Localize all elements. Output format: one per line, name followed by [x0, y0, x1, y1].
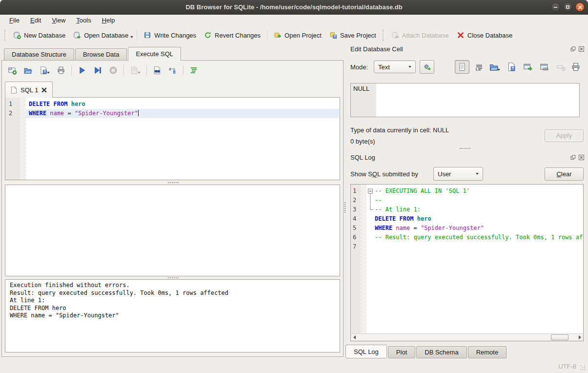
mode-select[interactable]: Text [374, 61, 416, 73]
replace-icon[interactable]: a b [168, 66, 177, 75]
open-external-icon [523, 62, 533, 72]
word-wrap-button[interactable] [474, 62, 484, 72]
print-sql-icon[interactable] [57, 66, 65, 75]
menu-tools[interactable]: Tools [71, 15, 96, 26]
format-sql-icon[interactable] [189, 66, 198, 75]
log-line: WHERE name = "Spider-Youngster" [375, 224, 583, 233]
new-sql-tab-icon[interactable] [8, 66, 17, 75]
export-cell-button[interactable] [507, 62, 516, 72]
titlebar[interactable]: DB Browser for SQLite - /home/user/code/… [0, 0, 588, 15]
menu-view[interactable]: View [46, 15, 71, 26]
message-line: WHERE name = "Spider-Youngster" [10, 312, 335, 320]
results-grid-pane[interactable] [5, 185, 340, 276]
toolbar-drag-handle[interactable] [4, 29, 7, 41]
fold-marker-icon[interactable] [366, 186, 374, 217]
dock-splitter[interactable] [460, 148, 461, 149]
float-dock-icon[interactable] [570, 155, 576, 160]
attach-database-icon [391, 31, 399, 39]
write-changes-label: Write Changes [154, 32, 196, 39]
vertical-splitter[interactable] [343, 46, 347, 358]
revert-changes-button[interactable]: Revert Changes [200, 29, 264, 41]
new-database-icon [13, 31, 21, 39]
open-database-button[interactable]: Open Database [69, 29, 132, 41]
tab-database-structure[interactable]: Database Structure [4, 48, 74, 60]
revert-changes-label: Revert Changes [215, 32, 261, 39]
cell-type-text: Type of data currently in cell: NULL [350, 126, 449, 134]
new-database-button[interactable]: New Database [9, 29, 69, 41]
maximize-button[interactable] [563, 2, 572, 12]
tab-browse-data[interactable]: Browse Data [75, 48, 127, 60]
sql-editor-toolbar: a b [8, 65, 198, 76]
close-dock-icon[interactable] [579, 155, 584, 160]
dock-tab-db-schema[interactable]: DB Schema [416, 346, 466, 358]
resize-grip[interactable] [580, 365, 581, 366]
toolbar-separator [183, 65, 183, 75]
scroll-left-arrow-icon[interactable] [351, 334, 358, 341]
menu-help[interactable]: Help [97, 15, 121, 26]
open-sql-file-icon[interactable] [23, 66, 32, 75]
close-database-button[interactable]: Close Database [453, 29, 517, 41]
execute-all-icon[interactable] [78, 66, 86, 75]
sql-file-icon [11, 86, 17, 94]
editor-code-area[interactable]: DELETE FROM hero WHERE name = "Spider-Yo… [26, 100, 339, 118]
mode-label: Mode: [350, 63, 368, 71]
sql-editor[interactable]: 1 2 DELETE FROM hero WHERE name = "Spide… [5, 97, 340, 180]
save-results-button[interactable] [130, 66, 141, 75]
write-changes-icon [143, 31, 151, 39]
minimize-button[interactable] [551, 2, 560, 12]
tab-execute-sql[interactable]: Execute SQL [128, 47, 181, 61]
open-external-button[interactable] [523, 62, 533, 72]
write-changes-button[interactable]: Write Changes [140, 29, 200, 41]
toolbar-drag-handle[interactable] [383, 29, 385, 41]
open-project-button[interactable]: Open Project [270, 29, 325, 41]
execute-line-icon[interactable] [93, 66, 102, 75]
float-dock-icon[interactable] [570, 46, 576, 52]
save-sql-file-button[interactable] [39, 66, 50, 75]
save-project-label: Save Project [340, 32, 376, 39]
dock-tab-sql-log[interactable]: SQL Log [345, 345, 387, 358]
chevron-down-icon [408, 66, 411, 68]
import-cell-button[interactable] [489, 62, 500, 72]
sql-log-view[interactable]: 1 2 3 4 5 6 7 -- EXECUTING ALL IN 'SQL 1… [350, 184, 584, 341]
menu-file[interactable]: File [4, 15, 25, 26]
log-horizontal-scrollbar[interactable] [351, 333, 583, 341]
save-project-button[interactable]: Save Project [325, 29, 380, 41]
menu-edit[interactable]: Edit [25, 15, 46, 26]
auto-apply-button[interactable] [420, 60, 434, 74]
copy-link-button[interactable] [540, 62, 549, 72]
set-null-icon [556, 62, 566, 72]
scrollbar-thumb[interactable] [551, 334, 568, 340]
apply-button[interactable]: Apply [545, 129, 584, 142]
cell-value-editor[interactable]: NULL [350, 83, 580, 117]
close-dock-icon[interactable] [579, 46, 584, 52]
log-filter-select[interactable]: User [433, 167, 483, 181]
scroll-right-arrow-icon[interactable] [576, 334, 583, 341]
message-line: Result: query executed successfully. Too… [10, 290, 335, 297]
scrollbar-track[interactable] [358, 334, 576, 341]
toolbar-separator [137, 29, 137, 41]
sql-string: "Spider-Youngster" [75, 110, 138, 117]
horizontal-splitter[interactable] [168, 277, 169, 278]
save-project-icon [329, 31, 337, 39]
attach-database-button[interactable]: Attach Database [387, 29, 453, 41]
open-database-dropdown-icon[interactable] [130, 36, 133, 38]
clear-log-button[interactable]: Clear [545, 167, 584, 181]
encoding-status: UTF-8 [558, 363, 576, 370]
sql-document-tab[interactable]: SQL 1 [5, 82, 53, 98]
line-number: 2 [353, 196, 361, 205]
print-cell-button[interactable] [571, 62, 581, 72]
log-fold-margin [361, 185, 366, 333]
close-sql-tab-icon[interactable] [41, 87, 47, 93]
close-database-label: Close Database [467, 32, 513, 39]
execution-message-pane[interactable]: Execution finished without errors. Resul… [5, 279, 340, 352]
find-icon[interactable] [153, 66, 162, 75]
horizontal-splitter[interactable] [168, 182, 169, 183]
set-null-button[interactable] [556, 62, 566, 72]
text-mode-button[interactable] [455, 60, 469, 74]
dock-tab-plot[interactable]: Plot [388, 346, 415, 358]
dock-tab-remote[interactable]: Remote [468, 346, 507, 358]
stop-execution-icon[interactable] [109, 66, 118, 75]
close-button[interactable] [575, 2, 585, 12]
main-toolbar: New Database Open Database Write Changes [0, 26, 588, 44]
edit-cell-dock-buttons [570, 46, 584, 52]
